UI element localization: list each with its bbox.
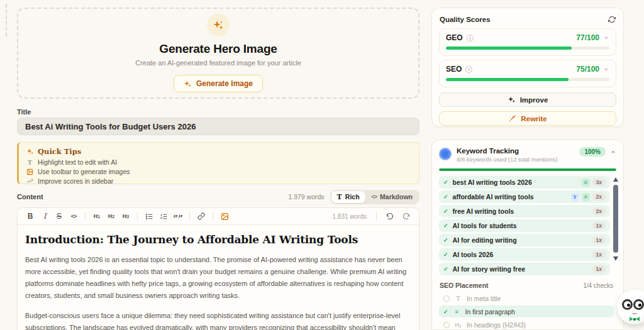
- keyword-count-badge: 2x: [592, 193, 606, 201]
- check-icon: ✓: [443, 309, 448, 315]
- editor-mode-toggle: T Rich <> Markdown: [330, 190, 419, 204]
- text-icon: T: [455, 295, 462, 302]
- keyword-row[interactable]: ✓ affordable AI writing tools T ≡ 2x: [439, 190, 610, 203]
- strikethrough-button[interactable]: S: [53, 210, 65, 223]
- seo-score: 75/100: [576, 65, 599, 74]
- check-icon: ✓: [443, 194, 448, 200]
- scrollbar-thumb[interactable]: [613, 185, 618, 253]
- heading3-button[interactable]: H3: [119, 210, 132, 223]
- text-cursor-icon: T: [26, 159, 33, 166]
- improve-label: Improve: [520, 96, 548, 104]
- keyword-count-badge: 1x: [592, 222, 606, 229]
- keyword-text: AI tools 2026: [453, 251, 494, 258]
- heading1-button[interactable]: H1: [91, 210, 103, 223]
- keyword-progress-fill: [439, 168, 616, 171]
- keyword-text: free AI writing tools: [453, 207, 514, 215]
- seo-check-first-paragraph[interactable]: ✓ ≡ In first paragraph: [439, 305, 614, 317]
- quick-tip-item: Improve scores in sidebar: [26, 177, 411, 185]
- seo-check-label: In meta title: [467, 295, 501, 302]
- paragraph-text: Budget-conscious users face a unique dil…: [25, 312, 400, 330]
- keyword-list: ✓ best AI writing tools 2026 ≡ 3x ✓ affo…: [439, 176, 610, 275]
- bullet-list-button[interactable]: [143, 210, 155, 223]
- chevron-down-icon[interactable]: [603, 35, 609, 41]
- rich-mode-tab[interactable]: T Rich: [331, 191, 365, 203]
- quality-scores-panel: Quality Scores GEO i 77/100 SEO i 75/100: [431, 8, 624, 127]
- italic-button[interactable]: I: [38, 210, 51, 223]
- mascot-eye: [622, 299, 633, 310]
- keyword-list-scrollbar[interactable]: [613, 177, 618, 279]
- redo-button[interactable]: [400, 210, 413, 223]
- keyword-tracking-subtitle: 8/8 keywords used (12 total mentions): [457, 156, 558, 163]
- editor-word-count: 1.831 words: [333, 213, 367, 220]
- title-label: Title: [17, 108, 31, 116]
- paragraph-badge-icon: ≡: [582, 179, 590, 187]
- toolbar-divider: [213, 212, 213, 221]
- keyword-row[interactable]: ✓ AI for story writing free 1x: [439, 263, 610, 275]
- improve-button[interactable]: Improve: [439, 92, 616, 107]
- scroll-up-arrow[interactable]: [613, 177, 618, 182]
- keyword-count-badge: 2x: [592, 207, 606, 215]
- bold-button[interactable]: B: [24, 210, 36, 223]
- keyword-row[interactable]: ✓ best AI writing tools 2026 ≡ 3x: [439, 176, 610, 189]
- inline-code-button[interactable]: <>: [67, 210, 80, 223]
- heading2-button[interactable]: H2: [105, 210, 118, 223]
- toolbar-divider: [376, 212, 377, 221]
- seo-check-headings[interactable]: H₂ In headings (H2/H3): [439, 319, 614, 330]
- markdown-mode-tab[interactable]: <> Markdown: [366, 191, 418, 202]
- quick-tips-title: Quick Tips: [38, 147, 81, 156]
- editor-toolbar: B I S <> H1 H2 H3 ””: [18, 208, 419, 225]
- keyword-text: AI for editing writing: [453, 236, 517, 244]
- keyword-row[interactable]: ✓ AI for editing writing 1x: [439, 234, 610, 246]
- rich-label: Rich: [345, 193, 360, 201]
- trending-up-icon: [26, 178, 33, 185]
- ordered-list-button[interactable]: [157, 210, 170, 223]
- generate-image-label: Generate Image: [196, 79, 253, 88]
- keyword-count-badge: 1x: [592, 251, 606, 258]
- article-heading: Introduction: The Journey to Affordable …: [25, 233, 410, 246]
- keyword-row[interactable]: ✓ AI tools 2026 1x: [439, 248, 610, 261]
- check-icon: ✓: [443, 266, 448, 272]
- mascot-eye: [633, 299, 644, 310]
- seo-placement-checks: 1/4 checks: [583, 282, 613, 289]
- refresh-icon[interactable]: [608, 16, 616, 23]
- sparkle-icon: [213, 19, 224, 31]
- quick-tips-box: Quick Tips T Highlight text to edit with…: [17, 142, 419, 184]
- blockquote-button[interactable]: ””: [172, 210, 184, 223]
- quick-tip-item: T Highlight text to edit with AI: [26, 158, 411, 166]
- article-body[interactable]: Introduction: The Journey to Affordable …: [18, 225, 419, 330]
- seo-placement-section: SEO Placement 1/4 checks T In meta title…: [439, 279, 614, 330]
- insert-image-button[interactable]: [218, 210, 231, 223]
- paragraph-badge-icon: ≡: [582, 193, 590, 201]
- chevron-down-icon[interactable]: [603, 66, 609, 72]
- chevron-up-icon[interactable]: [610, 149, 616, 155]
- geo-score-card[interactable]: GEO i 77/100: [439, 28, 616, 56]
- keyword-tracking-icon: [439, 148, 452, 160]
- info-icon[interactable]: i: [467, 35, 474, 41]
- keyword-row[interactable]: ✓ AI tools for students 1x: [439, 219, 610, 232]
- info-icon[interactable]: i: [465, 66, 472, 73]
- keyword-percent-badge: 100%: [579, 147, 606, 157]
- undo-button[interactable]: [384, 210, 396, 223]
- scroll-down-arrow[interactable]: [613, 256, 618, 261]
- article-paragraph-1: Best AI writing tools 2026 is an essenti…: [25, 254, 413, 302]
- geo-score: 77/100: [576, 33, 599, 42]
- generate-image-button[interactable]: Generate Image: [174, 75, 263, 92]
- title-input[interactable]: Best Ai Writing Tools for Budget Users 2…: [17, 118, 419, 135]
- keyword-row[interactable]: ✓ free AI writing tools 2x: [439, 205, 610, 217]
- generate-hero-image-dropzone[interactable]: Generate Hero Image Create an AI-generat…: [17, 8, 419, 99]
- keyword-tracking-panel: Keyword Tracking 8/8 keywords used (12 t…: [431, 140, 624, 330]
- keyword-text: AI for story writing free: [453, 265, 526, 273]
- code-icon: <>: [372, 194, 377, 200]
- quick-tip-text: Improve scores in sidebar: [38, 177, 113, 185]
- keyword-count-badge: 1x: [592, 265, 606, 273]
- content-word-count: 1.979 words: [288, 193, 324, 201]
- seo-check-meta-title[interactable]: T In meta title: [439, 292, 614, 304]
- seo-score-card[interactable]: SEO i 75/100: [439, 60, 616, 87]
- link-button[interactable]: [195, 210, 208, 223]
- toolbar-divider: [85, 212, 86, 221]
- quick-tip-item: Use toolbar to generate images: [26, 168, 411, 175]
- seo-progress-track: [446, 78, 609, 81]
- rewrite-button[interactable]: Rewrite: [439, 111, 616, 126]
- article-paragraph-2: Budget-conscious users face a unique dil…: [25, 310, 413, 330]
- check-icon: ✓: [443, 208, 448, 214]
